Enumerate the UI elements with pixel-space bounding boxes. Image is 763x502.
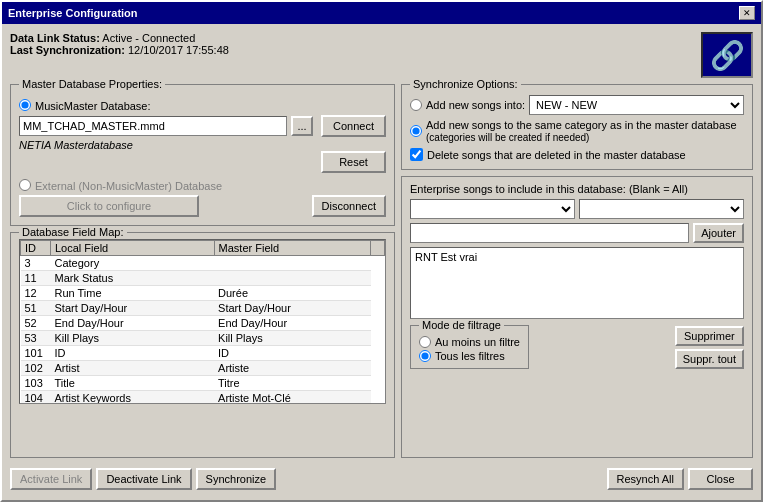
main-window: Enterprise Configuration ✕ Data Link Sta… [0,0,763,502]
filter-list-item: RNT Est vrai [413,250,741,264]
close-button[interactable]: Close [688,468,753,490]
radio-row-external: External (Non-MusicMaster) Database [19,177,386,193]
status-section: Data Link Status: Active - Connected Las… [10,32,229,56]
title-bar-buttons: ✕ [739,6,755,20]
status-label: Data Link Status: [10,32,100,44]
sync-options-title: Synchronize Options: [410,78,521,90]
bottom-left-buttons: Activate Link Deactivate Link Synchroniz… [10,468,276,490]
filter-dropdown1[interactable] [410,199,575,219]
mode-radio2-row: Tous les filtres [419,350,520,362]
same-category-row: Add new songs to the same category as in… [410,119,744,143]
same-category-radio[interactable] [410,125,422,137]
filter-text-row: Ajouter [410,223,744,243]
status-line2: Last Synchronization: 12/10/2017 17:55:4… [10,44,229,56]
db-file-row: ... Connect [19,115,386,137]
mode-radio1-label: Au moins un filtre [435,336,520,348]
external-radio[interactable] [19,179,31,191]
mode-radio2[interactable] [419,350,431,362]
activate-link-button[interactable]: Activate Link [10,468,92,490]
field-map-table-container[interactable]: ID Local Field Master Field 3 Category 1… [19,239,386,404]
filter-dropdowns [410,199,744,219]
delete-songs-label: Delete songs that are deleted in the mas… [427,149,686,161]
table-row: 12 Run Time Durée [21,286,385,301]
left-panel: Master Database Properties: MusicMaster … [10,84,395,458]
title-bar: Enterprise Configuration ✕ [2,2,761,24]
table-row: 101 ID ID [21,346,385,361]
window-title: Enterprise Configuration [8,7,138,19]
table-row: 11 Mark Status [21,271,385,286]
table-row: 104 Artist Keywords Artiste Mot-Clé [21,391,385,405]
table-body: 3 Category 11 Mark Status 12 Run Time Du… [21,256,385,405]
table-row: 52 End Day/Hour End Day/Hour [21,316,385,331]
filter-text-input[interactable] [410,223,689,243]
col-master: Master Field [214,241,370,256]
mode-radio2-label: Tous les filtres [435,350,505,362]
status-value: Active - Connected [102,32,195,44]
browse-button[interactable]: ... [291,116,313,136]
filter-bottom: Mode de filtrage Au moins un filtre Tous… [410,325,744,369]
db-file-input[interactable] [19,116,287,136]
suppr-tout-button[interactable]: Suppr. tout [675,349,744,369]
connect-button[interactable]: Connect [321,115,386,137]
netia-label: NETIA Masterdatabase [19,139,386,151]
resynch-all-button[interactable]: Resynch All [607,468,684,490]
master-db-title: Master Database Properties: [19,78,165,90]
col-id: ID [21,241,51,256]
table-row: 53 Kill Plays Kill Plays [21,331,385,346]
table-row: 102 Artist Artiste [21,361,385,376]
deactivate-link-button[interactable]: Deactivate Link [96,468,191,490]
disconnect-button[interactable]: Disconnect [312,195,386,217]
table-header: ID Local Field Master Field [21,241,385,256]
configure-row: Click to configure Disconnect [19,195,386,217]
add-songs-row: Add new songs into: NEW - NEW [410,95,744,115]
table-row: 103 Title Titre [21,376,385,391]
enterprise-filter-group: Enterprise songs to include in this data… [401,176,753,458]
musicmaster-radio[interactable] [19,99,31,111]
main-area: Master Database Properties: MusicMaster … [10,84,753,458]
filter-buttons: Supprimer Suppr. tout [675,326,744,369]
header-area: Data Link Status: Active - Connected Las… [10,32,753,78]
close-button[interactable]: ✕ [739,6,755,20]
delete-songs-row: Delete songs that are deleted in the mas… [410,148,744,161]
synchronize-button[interactable]: Synchronize [196,468,277,490]
table-row: 3 Category [21,256,385,271]
bottom-right-buttons: Resynch All Close [607,468,753,490]
bottom-bar: Activate Link Deactivate Link Synchroniz… [10,464,753,492]
master-db-content: MusicMaster Database: ... Connect NETIA … [19,97,386,217]
mode-group-title: Mode de filtrage [419,319,504,331]
radio-row-musicmaster: MusicMaster Database: [19,97,386,113]
configure-button[interactable]: Click to configure [19,195,199,217]
sync-options-content: Add new songs into: NEW - NEW Add new so… [410,95,744,161]
field-map-table: ID Local Field Master Field 3 Category 1… [20,240,385,404]
filter-label: Enterprise songs to include in this data… [410,183,744,195]
sync-value: 12/10/2017 17:55:48 [128,44,229,56]
add-songs-label: Add new songs into: [426,99,525,111]
status-line1: Data Link Status: Active - Connected [10,32,229,44]
ajouter-button[interactable]: Ajouter [693,223,744,243]
mode-radio1-row: Au moins un filtre [419,336,520,348]
col-scroll [371,241,385,256]
field-map-title: Database Field Map: [19,226,127,238]
filter-dropdown2[interactable] [579,199,744,219]
sync-label: Last Synchronization: [10,44,125,56]
filter-list[interactable]: RNT Est vrai [410,247,744,319]
musicmaster-label: MusicMaster Database: [35,100,151,112]
supprimer-button[interactable]: Supprimer [675,326,744,346]
logo-icon: 🔗 [701,32,753,78]
connect-btn-col: Connect [321,115,386,137]
same-category-label: Add new songs to the same category as in… [426,119,737,143]
field-map-group: Database Field Map: ID Local Field Maste… [10,232,395,458]
master-db-group: Master Database Properties: MusicMaster … [10,84,395,226]
category-dropdown[interactable]: NEW - NEW [529,95,744,115]
mode-radio1[interactable] [419,336,431,348]
col-local: Local Field [51,241,215,256]
reset-button[interactable]: Reset [321,151,386,173]
add-songs-radio[interactable] [410,99,422,111]
right-panel: Synchronize Options: Add new songs into:… [401,84,753,458]
mode-group: Mode de filtrage Au moins un filtre Tous… [410,325,529,369]
delete-songs-checkbox[interactable] [410,148,423,161]
sync-options-group: Synchronize Options: Add new songs into:… [401,84,753,170]
table-row: 51 Start Day/Hour Start Day/Hour [21,301,385,316]
window-content: Data Link Status: Active - Connected Las… [2,24,761,500]
external-label: External (Non-MusicMaster) Database [35,180,222,192]
